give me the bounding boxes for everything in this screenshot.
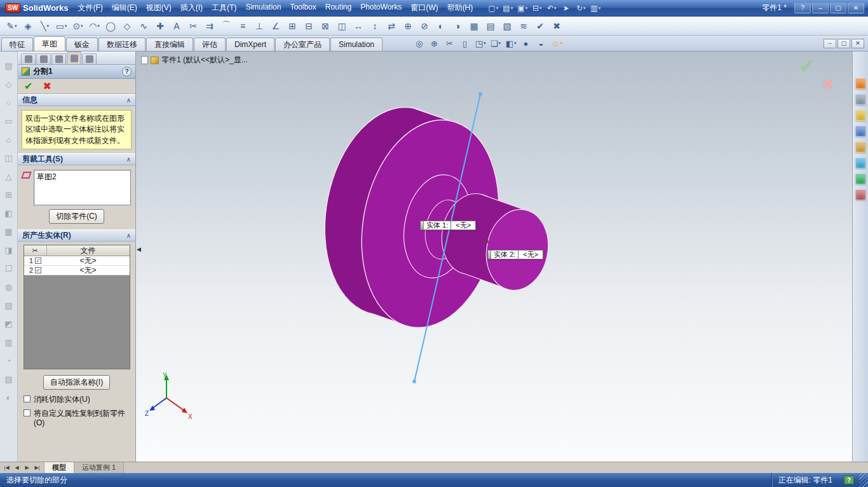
toolbar-icon[interactable]: ⊘ <box>417 18 433 34</box>
window-control-button[interactable]: ‒ <box>812 3 829 13</box>
tab-scroll-button[interactable]: ◀ <box>12 465 22 470</box>
feature-tool-icon[interactable]: ▤ <box>3 59 15 72</box>
toolbar-icon[interactable]: ◫ <box>334 18 350 34</box>
view-tool-icon[interactable]: ▯ <box>458 37 472 50</box>
feature-tool-icon[interactable]: ◍ <box>3 280 15 293</box>
toolbar-icon[interactable]: ⊠ <box>318 18 334 34</box>
view-tool-icon[interactable]: ◳▾ <box>473 37 487 50</box>
bottom-tab[interactable]: 模型 <box>44 462 74 473</box>
toolbar-icon[interactable]: ▢▾ <box>486 2 500 15</box>
toolbar-icon[interactable]: ➤ <box>559 2 573 15</box>
manager-tab[interactable] <box>21 53 36 64</box>
selection-item[interactable]: 草图2 <box>37 172 128 182</box>
commandmanager-tab[interactable]: Simulation <box>330 38 383 51</box>
feature-tool-icon[interactable]: ▭ <box>3 114 15 127</box>
manager-tab[interactable] <box>36 53 51 64</box>
toolbar-icon[interactable]: ▤▾ <box>501 2 515 15</box>
quick-tips-icon[interactable]: ? <box>844 476 854 484</box>
cancel-button[interactable]: ✖ <box>43 80 51 92</box>
manager-tab[interactable] <box>82 53 97 64</box>
feature-tool-icon[interactable]: ◨ <box>3 244 15 256</box>
commandmanager-tab[interactable]: 钣金 <box>66 38 98 51</box>
commandmanager-tab[interactable]: 特征 <box>1 38 33 51</box>
menu-item[interactable]: 文件(F) <box>73 1 107 15</box>
toolbar-icon[interactable]: ◈ <box>20 18 36 34</box>
section-header-resulting-bodies[interactable]: 所产生实体(R) ∧ <box>18 230 135 242</box>
toolbar-icon[interactable]: ⊥ <box>252 18 268 34</box>
menu-item[interactable]: 插入(I) <box>176 1 207 15</box>
body-checkbox[interactable]: ✓ <box>35 257 41 264</box>
toolbar-icon[interactable]: ↔ <box>351 18 367 34</box>
feature-tool-icon[interactable]: ◇ <box>3 78 15 90</box>
window-control-button[interactable]: ▢ <box>830 3 846 13</box>
toolbar-icon[interactable]: ≋ <box>516 18 532 34</box>
resize-grip[interactable] <box>859 473 868 487</box>
toolbar-icon[interactable]: ✖ <box>549 18 565 34</box>
feature-tool-icon[interactable]: ◩ <box>3 317 15 330</box>
toolbar-icon[interactable]: ◯ <box>103 18 119 34</box>
toolbar-icon[interactable]: ↶▾ <box>545 2 559 15</box>
toolbar-icon[interactable]: ◠▾ <box>86 18 102 34</box>
task-pane-icon[interactable] <box>855 94 866 105</box>
manager-tab[interactable] <box>51 53 66 64</box>
feature-tool-icon[interactable]: ▧ <box>3 299 15 312</box>
section-header-message[interactable]: 信息 ∧ <box>18 94 135 106</box>
view-tool-icon[interactable]: ✂ <box>443 37 457 50</box>
toolbar-icon[interactable]: ◑ <box>450 18 466 34</box>
feature-tool-icon[interactable]: ⊞ <box>3 188 15 201</box>
toolbar-icon[interactable]: ▦ <box>466 18 482 34</box>
commandmanager-tab[interactable]: 直接编辑 <box>146 38 193 51</box>
toolbar-icon[interactable]: ✚ <box>153 18 168 34</box>
document-window-button[interactable]: ✕ <box>851 39 864 48</box>
task-pane-icon[interactable] <box>855 126 866 137</box>
toolbar-icon[interactable]: ∿ <box>136 18 152 34</box>
menu-item[interactable]: PhotoWorks <box>356 1 406 15</box>
toolbar-icon[interactable]: ⊟▾ <box>530 2 544 15</box>
toolbar-icon[interactable]: ▥▾ <box>588 2 602 15</box>
feature-tree-breadcrumb[interactable]: 零件1 (默认<<默认>_显... <box>141 55 248 65</box>
toolbar-icon[interactable]: ▤ <box>483 18 499 34</box>
body-checkbox[interactable]: ✓ <box>35 267 41 273</box>
consume-bodies-checkbox[interactable] <box>24 395 31 402</box>
toolbar-icon[interactable]: ◇ <box>119 18 135 34</box>
feature-tool-icon[interactable]: ☐ <box>3 262 15 275</box>
cut-part-button[interactable]: 切除零件(C) <box>49 209 104 224</box>
task-pane-icon[interactable] <box>855 189 866 200</box>
tab-scroll-button[interactable]: |◀ <box>2 465 11 470</box>
menu-item[interactable]: 视图(V) <box>142 1 176 15</box>
toolbar-icon[interactable]: ▣▾ <box>515 2 529 15</box>
feature-tool-icon[interactable]: △ <box>3 170 15 182</box>
view-tool-icon[interactable]: ◒ <box>534 37 548 50</box>
view-tool-icon[interactable]: ⊕ <box>428 37 442 50</box>
toolbar-icon[interactable]: ⊟ <box>301 18 317 34</box>
manager-tab[interactable] <box>67 51 81 64</box>
task-pane-icon[interactable] <box>855 142 866 153</box>
commandmanager-tab[interactable]: 办公室产品 <box>275 38 330 51</box>
view-tool-icon[interactable]: ◧▾ <box>504 37 518 50</box>
trim-selection-box[interactable]: 草图2 <box>34 170 131 205</box>
view-tool-icon[interactable]: ● <box>519 37 533 50</box>
toolbar-icon[interactable]: ⌒ <box>219 18 234 34</box>
toolbar-icon[interactable]: ✂ <box>186 18 201 34</box>
confirmation-corner-ok-icon[interactable]: ✔ <box>798 54 815 78</box>
toolbar-icon[interactable]: ⊙▾ <box>70 18 86 34</box>
table-row[interactable]: 2✓ <无> <box>24 266 130 275</box>
toolbar-icon[interactable]: ≡ <box>235 18 251 34</box>
toolbar-icon[interactable]: ✔ <box>532 18 548 34</box>
ok-button[interactable]: ✔ <box>24 80 32 92</box>
breadcrumb-text[interactable]: 零件1 (默认<<默认>_显... <box>161 55 248 65</box>
menu-item[interactable]: Simulation <box>241 1 285 15</box>
menu-item[interactable]: 工具(T) <box>207 1 241 15</box>
feature-tool-icon[interactable]: ◐ <box>3 391 15 404</box>
toolbar-icon[interactable]: ∠ <box>268 18 284 34</box>
feature-tool-icon[interactable]: ◔ <box>3 354 15 367</box>
view-tool-icon[interactable]: ◎ <box>412 37 426 50</box>
confirmation-corner-cancel-icon[interactable]: ✖ <box>822 76 834 93</box>
panel-collapse-arrow-icon[interactable]: ◀ <box>137 246 141 252</box>
commandmanager-tab[interactable]: 评估 <box>194 38 226 51</box>
help-icon[interactable]: ? <box>122 67 132 76</box>
tab-scroll-button[interactable]: ▶| <box>32 465 42 470</box>
feature-tool-icon[interactable]: ○ <box>3 96 15 109</box>
window-control-button[interactable]: ? <box>794 3 811 13</box>
body-callout-2[interactable]: 实体 2: <无> <box>487 250 543 259</box>
